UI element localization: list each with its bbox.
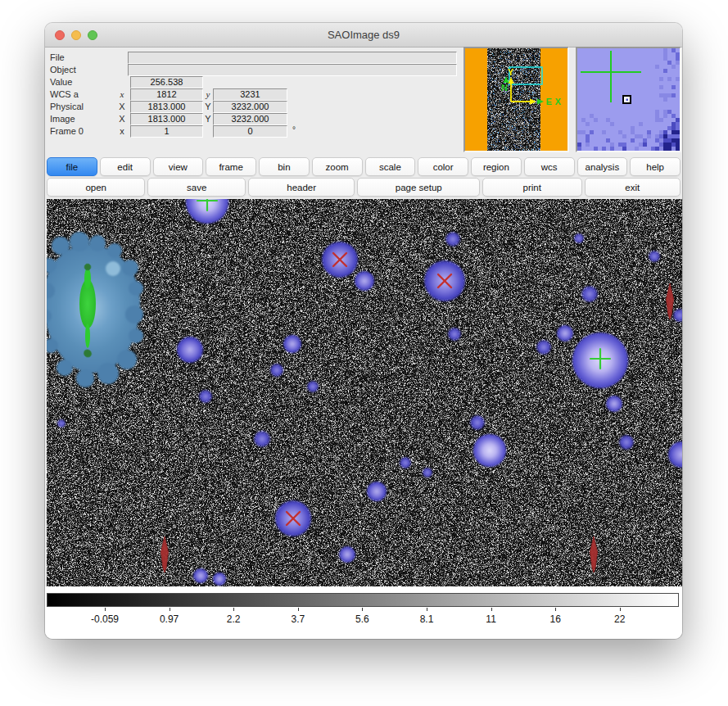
region-marker-green-cross[interactable] xyxy=(197,199,217,210)
file-button-save[interactable]: save xyxy=(147,178,245,197)
colorbar-tick xyxy=(555,608,556,611)
info-row-frame-0: Frame 0x10° xyxy=(45,125,461,138)
menu-button-view[interactable]: view xyxy=(153,157,204,176)
colorbar-tick-label: 22 xyxy=(614,613,625,625)
info-row-physical: PhysicalX1813.000Y3232.000 xyxy=(45,101,461,113)
region-marker-red-x[interactable] xyxy=(438,274,451,287)
title-bar[interactable]: SAOImage ds9 xyxy=(45,23,682,48)
info-value-field[interactable]: 1813.000 xyxy=(130,113,203,125)
file-button-header[interactable]: header xyxy=(248,178,355,197)
info-row-file: File xyxy=(45,52,461,64)
region-marker-red-arrow[interactable] xyxy=(590,536,598,572)
menu-button-scale[interactable]: scale xyxy=(365,157,416,176)
axis-label-x: x xyxy=(118,89,126,99)
info-label: File xyxy=(50,52,65,62)
info-label: Object xyxy=(50,65,76,75)
magnifier[interactable] xyxy=(576,47,681,152)
colorbar-tick xyxy=(233,608,234,611)
colorbar-tick xyxy=(620,608,621,611)
magnifier-crosshair xyxy=(577,48,680,151)
menu-button-color[interactable]: color xyxy=(418,157,468,176)
info-value-field[interactable]: 3232.000 xyxy=(213,113,287,125)
colorbar-tick xyxy=(362,608,363,611)
colorbar-tick xyxy=(491,608,492,611)
colorbar[interactable]: -0.0590.972.23.75.68.1111622 xyxy=(45,586,682,639)
image-display[interactable] xyxy=(47,199,682,586)
info-value-field[interactable]: 1813.000 xyxy=(130,101,203,113)
info-value-field[interactable] xyxy=(128,52,457,64)
region-marker-red-x[interactable] xyxy=(287,512,300,525)
colorbar-tick-label: 5.6 xyxy=(355,613,369,625)
menu-button-file[interactable]: file xyxy=(47,157,97,176)
info-value-field[interactable]: 0 xyxy=(213,125,287,138)
info-panel: FileObjectValue256.538WCS ax1812y3231Phy… xyxy=(45,48,461,156)
colorbar-gradient[interactable] xyxy=(47,593,679,607)
menu-button-zoom[interactable]: zoom xyxy=(312,157,363,176)
menu-button-frame[interactable]: frame xyxy=(206,157,256,176)
menu-button-bin[interactable]: bin xyxy=(259,157,310,176)
colorbar-tick xyxy=(105,608,106,611)
menu-button-edit[interactable]: edit xyxy=(100,157,151,176)
info-label: Physical xyxy=(50,102,84,111)
info-value-field[interactable]: 1812 xyxy=(130,88,203,101)
svg-text:E: E xyxy=(546,97,552,106)
info-value-field[interactable]: 256.538 xyxy=(130,76,203,88)
axis-label-y: y xyxy=(204,89,212,99)
region-marker-red-arrow[interactable] xyxy=(161,536,169,572)
colorbar-tick xyxy=(298,608,299,611)
region-markers[interactable] xyxy=(47,199,682,586)
window-title: SAOImage ds9 xyxy=(45,29,682,41)
svg-text:Y: Y xyxy=(508,67,514,77)
menu-button-help[interactable]: help xyxy=(630,157,681,176)
info-row-wcs-a: WCS ax1812y3231 xyxy=(45,88,461,101)
region-marker-green-cross[interactable] xyxy=(590,349,610,369)
info-row-value: Value256.538 xyxy=(45,76,461,88)
info-row-image: ImageX1813.000Y3232.000 xyxy=(45,113,461,125)
colorbar-tick xyxy=(170,608,170,611)
ds9-window: SAOImage ds9 FileObjectValue256.538WCS a… xyxy=(45,23,682,639)
info-row-object: Object xyxy=(45,64,461,76)
colorbar-tick-label: -0.059 xyxy=(91,613,119,625)
info-label: WCS a xyxy=(50,89,79,99)
menu-button-region[interactable]: region xyxy=(471,157,522,176)
svg-text:X: X xyxy=(555,97,562,106)
degrees-suffix: ° xyxy=(292,125,296,134)
svg-text:N: N xyxy=(501,83,508,93)
info-value-field[interactable]: 3232.000 xyxy=(213,101,287,113)
info-value-field[interactable]: 3231 xyxy=(213,88,287,101)
axis-label-x: x xyxy=(118,126,126,136)
menu-row-file: opensaveheaderpage setupprintexit xyxy=(47,178,681,197)
region-marker-red-x[interactable] xyxy=(333,253,346,266)
panner[interactable]: YNEX xyxy=(463,47,569,152)
colorbar-tick-label: 3.7 xyxy=(291,613,305,625)
info-label: Frame 0 xyxy=(50,126,84,136)
colorbar-tick xyxy=(427,608,427,611)
info-label: Value xyxy=(50,77,72,87)
panner-compass: YNEX xyxy=(465,48,567,151)
colorbar-tick-label: 8.1 xyxy=(420,613,434,625)
axis-label-x: X xyxy=(118,102,126,111)
file-button-print[interactable]: print xyxy=(482,178,581,197)
axis-label-y: Y xyxy=(204,102,212,111)
colorbar-tick-label: 11 xyxy=(486,613,495,625)
menu-row-main: fileeditviewframebinzoomscalecolorregion… xyxy=(47,157,681,176)
info-label: Image xyxy=(50,114,75,124)
file-button-open[interactable]: open xyxy=(47,178,145,197)
axis-label-y: Y xyxy=(204,114,212,124)
region-marker-red-arrow[interactable] xyxy=(667,283,674,319)
menu-button-analysis[interactable]: analysis xyxy=(577,157,628,176)
info-value-field[interactable] xyxy=(128,64,457,76)
file-button-exit[interactable]: exit xyxy=(585,178,681,197)
colorbar-tick-label: 2.2 xyxy=(227,613,241,625)
colorbar-tick-label: 16 xyxy=(550,613,561,625)
file-button-page-setup[interactable]: page setup xyxy=(357,178,480,197)
colorbar-tick-label: 0.97 xyxy=(160,613,179,625)
menu-button-wcs[interactable]: wcs xyxy=(524,157,575,176)
info-value-field[interactable]: 1 xyxy=(130,125,203,138)
axis-label-x: X xyxy=(118,114,126,124)
